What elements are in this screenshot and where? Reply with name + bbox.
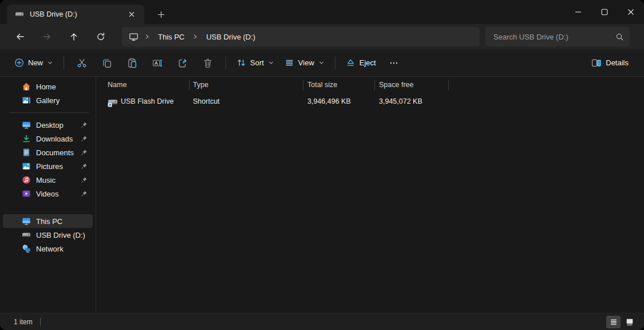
search-box[interactable] (485, 27, 630, 46)
documents-icon (22, 148, 31, 157)
large-icons-view-toggle[interactable] (622, 316, 637, 328)
view-button-label: View (298, 58, 314, 67)
pin-icon (81, 163, 88, 170)
sidebar-item-documents[interactable]: Documents (3, 146, 93, 159)
sidebar-item-label: Videos (36, 190, 59, 198)
gallery-icon (22, 96, 31, 105)
sidebar-item-desktop[interactable]: Desktop (3, 118, 93, 132)
file-explorer-window: USB Drive (D:) (0, 0, 644, 330)
sidebar-item-label: Documents (36, 148, 74, 157)
details-pane-button[interactable]: Details (586, 54, 634, 72)
details-pane-label: Details (606, 58, 629, 67)
breadcrumb-usb-drive[interactable]: USB Drive (D:) (204, 32, 258, 42)
eject-button[interactable]: Eject (341, 54, 381, 72)
paste-button[interactable] (120, 54, 145, 72)
file-space-free: 3,945,072 KB (379, 97, 422, 105)
sidebar-item-gallery[interactable]: Gallery (3, 93, 93, 107)
sidebar-item-music[interactable]: Music (3, 173, 93, 187)
column-header-name[interactable]: Name (108, 81, 127, 89)
sidebar-item-label: Music (36, 176, 56, 184)
rename-button[interactable] (145, 54, 170, 72)
sidebar-item-label: Pictures (36, 162, 63, 171)
view-list-icon (285, 58, 294, 68)
music-icon (22, 175, 31, 184)
tab-close-icon[interactable] (125, 7, 139, 21)
file-list-area[interactable]: Name Type Total size Space free USB Flas… (97, 77, 644, 313)
sort-button[interactable]: Sort (231, 54, 279, 72)
file-row-usb-flash-drive[interactable]: USB Flash Drive Shortcut 3,946,496 KB 3,… (101, 95, 639, 109)
toolbar-separator (226, 57, 226, 69)
tab-title: USB Drive (D:) (30, 10, 125, 18)
downloads-icon (22, 134, 31, 143)
breadcrumb-this-pc[interactable]: This PC (156, 32, 187, 42)
details-pane-icon (591, 58, 602, 68)
item-count: 1 item (14, 318, 33, 326)
usb-drive-icon (22, 230, 31, 239)
close-button[interactable] (618, 0, 644, 24)
up-button[interactable] (64, 28, 84, 46)
sidebar-item-usb-drive[interactable]: USB Drive (D:) (3, 228, 93, 242)
column-resizer[interactable] (448, 80, 449, 91)
chevron-down-icon (268, 60, 274, 66)
address-bar[interactable]: This PC USB Drive (D:) (122, 27, 480, 46)
sidebar-item-home[interactable]: Home (3, 80, 93, 93)
sidebar-item-pictures[interactable]: Pictures (3, 159, 93, 173)
chevron-down-icon (47, 60, 53, 66)
breadcrumb-chevron-icon (144, 33, 151, 40)
cut-button[interactable] (69, 54, 94, 72)
usb-flash-drive-shortcut-icon (108, 97, 118, 107)
maximize-button[interactable] (591, 0, 618, 24)
view-button[interactable]: View (279, 54, 330, 72)
column-header-space-free[interactable]: Space free (379, 81, 413, 89)
sidebar-item-label: Downloads (36, 135, 73, 143)
command-toolbar: New Sort (0, 49, 644, 77)
desktop-icon (22, 120, 31, 129)
file-total-size: 3,946,496 KB (307, 97, 351, 105)
refresh-button[interactable] (91, 28, 110, 46)
sidebar-item-label: Home (36, 82, 56, 91)
search-input[interactable] (492, 32, 615, 42)
eject-icon (346, 58, 355, 68)
eject-button-label: Eject (359, 58, 376, 67)
minimize-button[interactable] (565, 0, 591, 24)
search-icon[interactable] (615, 33, 624, 41)
plus-circle-icon (14, 58, 24, 68)
column-header-total-size[interactable]: Total size (307, 81, 337, 89)
nav-buttons (10, 24, 118, 49)
column-header-type[interactable]: Type (193, 81, 208, 89)
details-view-toggle[interactable] (606, 316, 621, 328)
new-button-label: New (28, 58, 43, 67)
toolbar-separator (335, 57, 335, 69)
sidebar-item-this-pc[interactable]: This PC (3, 214, 93, 228)
sidebar-spacer (0, 201, 96, 214)
file-name: USB Flash Drive (121, 97, 173, 105)
new-tab-button[interactable] (153, 7, 168, 21)
window-controls (565, 0, 644, 24)
copy-button[interactable] (94, 54, 120, 72)
column-resizer[interactable] (189, 80, 189, 91)
sort-icon (236, 58, 246, 68)
this-pc-icon (22, 217, 31, 226)
sidebar-item-videos[interactable]: Videos (3, 187, 93, 201)
sidebar-item-label: Desktop (36, 121, 64, 129)
delete-button[interactable] (195, 54, 220, 72)
toolbar-separator (64, 57, 64, 69)
explorer-tab[interactable]: USB Drive (D:) (7, 5, 144, 24)
pin-icon (81, 135, 88, 142)
file-type: Shortcut (193, 97, 220, 105)
sidebar-item-network[interactable]: Network (3, 242, 93, 256)
pin-icon (81, 121, 88, 128)
breadcrumb-chevron-icon (192, 33, 199, 40)
column-resizer[interactable] (303, 80, 303, 91)
back-button[interactable] (10, 28, 30, 46)
forward-button[interactable] (37, 28, 57, 46)
sidebar-item-downloads[interactable]: Downloads (3, 132, 93, 146)
titlebar: USB Drive (D:) (0, 0, 644, 24)
this-pc-monitor-icon (129, 32, 139, 42)
see-more-button[interactable] (381, 54, 406, 72)
share-button[interactable] (170, 54, 195, 72)
column-resizer[interactable] (374, 80, 375, 91)
navigation-bar: This PC USB Drive (D:) (0, 24, 644, 49)
sidebar-item-label: This PC (36, 217, 62, 226)
new-button[interactable]: New (9, 54, 58, 72)
